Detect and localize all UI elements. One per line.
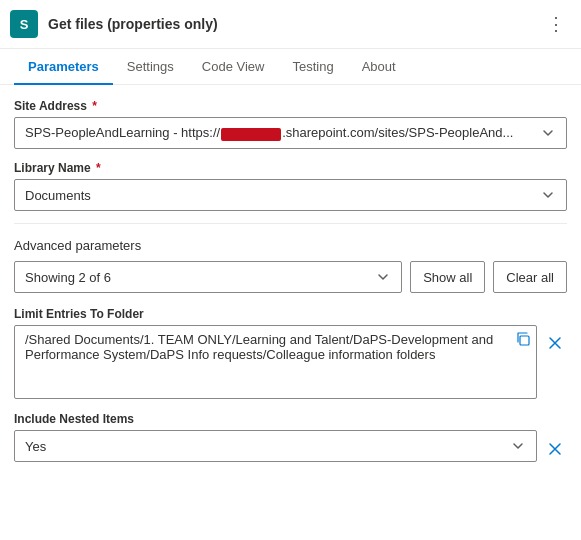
library-name-value: Documents bbox=[25, 188, 540, 203]
site-address-value: SPS-PeopleAndLearning - https:// .sharep… bbox=[25, 125, 540, 140]
copy-icon[interactable] bbox=[515, 331, 531, 350]
header-left: S Get files (properties only) bbox=[10, 10, 218, 38]
app-icon: S bbox=[10, 10, 38, 38]
include-nested-dropdown[interactable]: Yes bbox=[14, 430, 537, 462]
site-address-chevron-icon bbox=[540, 125, 556, 141]
tab-parameters[interactable]: Parameters bbox=[14, 49, 113, 84]
limit-entries-remove-button[interactable] bbox=[543, 331, 567, 355]
limit-entries-label: Limit Entries To Folder bbox=[14, 307, 567, 321]
tab-bar: Parameters Settings Code View Testing Ab… bbox=[0, 49, 581, 85]
tab-code-view[interactable]: Code View bbox=[188, 49, 279, 84]
parameters-panel: Site Address * SPS-PeopleAndLearning - h… bbox=[0, 85, 581, 486]
include-nested-label: Include Nested Items bbox=[14, 412, 567, 426]
limit-entries-row: /Shared Documents/1. TEAM ONLY/Learning … bbox=[14, 325, 567, 402]
limit-entries-input-wrap: /Shared Documents/1. TEAM ONLY/Learning … bbox=[14, 325, 537, 402]
advanced-controls-row: Showing 2 of 6 Show all Clear all bbox=[14, 261, 567, 293]
section-divider bbox=[14, 223, 567, 224]
clear-all-button[interactable]: Clear all bbox=[493, 261, 567, 293]
advanced-section-label: Advanced parameters bbox=[14, 238, 567, 253]
show-all-button[interactable]: Show all bbox=[410, 261, 485, 293]
svg-rect-0 bbox=[520, 336, 529, 345]
site-address-label: Site Address * bbox=[14, 99, 567, 113]
more-options-button[interactable]: ⋮ bbox=[547, 15, 567, 33]
library-name-field: Library Name * Documents bbox=[14, 161, 567, 211]
showing-dropdown[interactable]: Showing 2 of 6 bbox=[14, 261, 402, 293]
header-title: Get files (properties only) bbox=[48, 16, 218, 32]
library-name-label: Library Name * bbox=[14, 161, 567, 175]
site-address-field: Site Address * SPS-PeopleAndLearning - h… bbox=[14, 99, 567, 149]
include-nested-row: Yes bbox=[14, 430, 567, 462]
library-name-dropdown[interactable]: Documents bbox=[14, 179, 567, 211]
library-name-chevron-icon bbox=[540, 187, 556, 203]
include-nested-dropdown-wrap: Yes bbox=[14, 430, 537, 462]
include-nested-remove-button[interactable] bbox=[543, 437, 567, 461]
required-star: * bbox=[89, 99, 97, 113]
showing-chevron-icon bbox=[375, 269, 391, 285]
required-star-library: * bbox=[93, 161, 101, 175]
redacted-url bbox=[221, 128, 281, 141]
limit-entries-field: Limit Entries To Folder /Shared Document… bbox=[14, 307, 567, 402]
tab-testing[interactable]: Testing bbox=[278, 49, 347, 84]
limit-entries-input[interactable]: /Shared Documents/1. TEAM ONLY/Learning … bbox=[14, 325, 537, 399]
showing-label: Showing 2 of 6 bbox=[25, 270, 111, 285]
include-nested-value: Yes bbox=[25, 439, 46, 454]
include-nested-chevron-icon bbox=[510, 438, 526, 454]
tab-about[interactable]: About bbox=[348, 49, 410, 84]
action-header: S Get files (properties only) ⋮ bbox=[0, 0, 581, 49]
include-nested-field: Include Nested Items Yes bbox=[14, 412, 567, 462]
site-address-dropdown[interactable]: SPS-PeopleAndLearning - https:// .sharep… bbox=[14, 117, 567, 149]
tab-settings[interactable]: Settings bbox=[113, 49, 188, 84]
